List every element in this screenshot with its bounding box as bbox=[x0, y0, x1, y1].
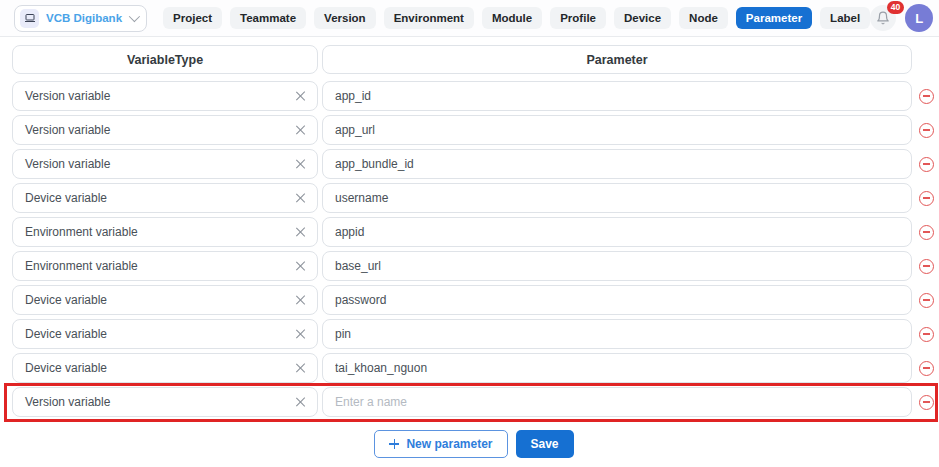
parameter-name-input[interactable] bbox=[322, 319, 912, 349]
table-row: Version variable bbox=[12, 81, 936, 111]
remove-row-icon[interactable] bbox=[919, 89, 934, 104]
clear-icon[interactable] bbox=[295, 328, 307, 340]
top-bar: VCB Digibank Project Teammate Version En… bbox=[0, 0, 939, 37]
parameter-name-input[interactable] bbox=[322, 387, 912, 417]
variable-type-select[interactable]: Version variable bbox=[12, 115, 318, 145]
clear-icon[interactable] bbox=[295, 158, 307, 170]
variable-type-select[interactable]: Device variable bbox=[12, 319, 318, 349]
parameter-name-input[interactable] bbox=[322, 115, 912, 145]
project-selector-dropdown[interactable]: VCB Digibank bbox=[14, 5, 147, 32]
clear-icon[interactable] bbox=[295, 294, 307, 306]
column-header-variable-type: VariableType bbox=[12, 45, 318, 74]
footer-actions: New parameter Save bbox=[12, 430, 936, 458]
column-header-parameter: Parameter bbox=[322, 45, 912, 74]
new-parameter-label: New parameter bbox=[406, 437, 492, 451]
remove-row-icon[interactable] bbox=[919, 225, 934, 240]
table-row: Device variable bbox=[12, 183, 936, 213]
clear-icon[interactable] bbox=[295, 396, 307, 408]
variable-type-select[interactable]: Version variable bbox=[12, 81, 318, 111]
table-row: Version variable bbox=[12, 149, 936, 179]
tab-profile[interactable]: Profile bbox=[550, 7, 606, 29]
tab-node[interactable]: Node bbox=[679, 7, 728, 29]
variable-type-select[interactable]: Version variable bbox=[12, 149, 318, 179]
remove-row-icon[interactable] bbox=[919, 191, 934, 206]
variable-type-value: Device variable bbox=[25, 191, 295, 205]
remove-row-icon[interactable] bbox=[919, 259, 934, 274]
plus-icon bbox=[389, 439, 399, 449]
variable-type-value: Version variable bbox=[25, 157, 295, 171]
remove-row-icon[interactable] bbox=[919, 361, 934, 376]
table-row: Device variable bbox=[12, 285, 936, 315]
new-parameter-button[interactable]: New parameter bbox=[374, 430, 507, 458]
remove-row-icon[interactable] bbox=[919, 293, 934, 308]
tab-teammate[interactable]: Teammate bbox=[230, 7, 306, 29]
variable-type-select[interactable]: Device variable bbox=[12, 183, 318, 213]
parameter-name-input[interactable] bbox=[322, 353, 912, 383]
notifications-button[interactable]: 40 bbox=[870, 5, 896, 31]
remove-row-icon[interactable] bbox=[919, 395, 934, 410]
variable-type-value: Version variable bbox=[25, 395, 295, 409]
tab-label[interactable]: Label bbox=[820, 7, 870, 29]
avatar[interactable]: L bbox=[905, 4, 933, 32]
project-name: VCB Digibank bbox=[46, 12, 122, 24]
clear-icon[interactable] bbox=[295, 124, 307, 136]
variable-type-select[interactable]: Version variable bbox=[12, 387, 318, 417]
table-row: Environment variable bbox=[12, 251, 936, 281]
nav-tabs: Project Teammate Version Environment Mod… bbox=[163, 7, 870, 29]
table-row: Device variable bbox=[12, 353, 936, 383]
notification-badge: 40 bbox=[887, 1, 904, 14]
variable-type-value: Environment variable bbox=[25, 225, 295, 239]
variable-type-value: Environment variable bbox=[25, 259, 295, 273]
remove-row-icon[interactable] bbox=[919, 157, 934, 172]
tab-project[interactable]: Project bbox=[163, 7, 222, 29]
chevron-down-icon bbox=[129, 11, 140, 22]
tab-module[interactable]: Module bbox=[482, 7, 542, 29]
variable-type-value: Device variable bbox=[25, 293, 295, 307]
parameter-name-input[interactable] bbox=[322, 183, 912, 213]
tab-device[interactable]: Device bbox=[614, 7, 671, 29]
variable-type-value: Version variable bbox=[25, 123, 295, 137]
remove-row-icon[interactable] bbox=[919, 123, 934, 138]
table-row: Environment variable bbox=[12, 217, 936, 247]
parameter-name-input[interactable] bbox=[322, 285, 912, 315]
tab-parameter[interactable]: Parameter bbox=[736, 7, 812, 29]
clear-icon[interactable] bbox=[295, 90, 307, 102]
variable-type-value: Version variable bbox=[25, 89, 295, 103]
variable-type-select[interactable]: Device variable bbox=[12, 285, 318, 315]
variable-type-value: Device variable bbox=[25, 361, 295, 375]
tab-environment[interactable]: Environment bbox=[384, 7, 474, 29]
bell-icon bbox=[876, 11, 890, 25]
save-button[interactable]: Save bbox=[516, 430, 574, 458]
table-header-row: VariableType Parameter bbox=[12, 45, 936, 74]
variable-type-select[interactable]: Environment variable bbox=[12, 251, 318, 281]
parameter-name-input[interactable] bbox=[322, 149, 912, 179]
parameter-name-input[interactable] bbox=[322, 251, 912, 281]
tab-version[interactable]: Version bbox=[314, 7, 376, 29]
parameter-name-input[interactable] bbox=[322, 217, 912, 247]
top-bar-right: 40 L bbox=[870, 4, 933, 32]
laptop-icon bbox=[20, 9, 39, 28]
remove-row-icon[interactable] bbox=[919, 327, 934, 342]
parameter-table: VariableType Parameter Version variable … bbox=[0, 37, 939, 458]
table-row-highlighted: Version variable bbox=[12, 387, 936, 417]
variable-type-value: Device variable bbox=[25, 327, 295, 341]
variable-type-select[interactable]: Device variable bbox=[12, 353, 318, 383]
clear-icon[interactable] bbox=[295, 260, 307, 272]
table-row: Device variable bbox=[12, 319, 936, 349]
clear-icon[interactable] bbox=[295, 192, 307, 204]
clear-icon[interactable] bbox=[295, 362, 307, 374]
variable-type-select[interactable]: Environment variable bbox=[12, 217, 318, 247]
clear-icon[interactable] bbox=[295, 226, 307, 238]
table-row: Version variable bbox=[12, 115, 936, 145]
parameter-name-input[interactable] bbox=[322, 81, 912, 111]
